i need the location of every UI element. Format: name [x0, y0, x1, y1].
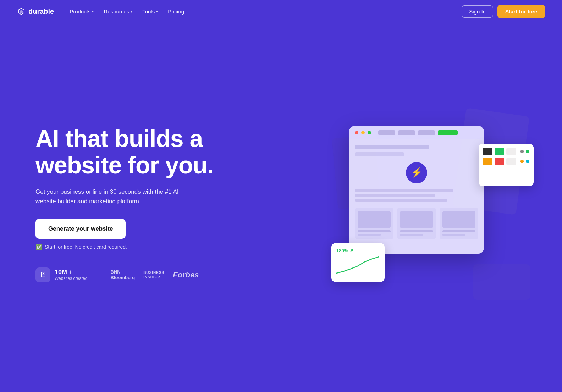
swatch-red	[495, 158, 504, 165]
free-note: ✅ Start for free. No credit card require…	[35, 244, 127, 250]
press-logo-bloomberg: BNN Bloomberg	[111, 269, 135, 280]
mini-card-bar	[442, 230, 475, 232]
check-icon: ✅	[35, 244, 43, 250]
browser-content: ⚡	[349, 139, 484, 245]
chart-visualization	[336, 255, 380, 278]
swatch-green	[495, 148, 504, 155]
start-free-button[interactable]: Start for free	[497, 5, 545, 18]
hero-illustration: ⚡	[328, 115, 534, 293]
nav-right: Sign In Start for free	[462, 5, 545, 18]
mini-card-image	[400, 211, 433, 228]
mini-card	[355, 208, 393, 239]
content-bar	[355, 189, 453, 192]
swatch-light	[506, 148, 516, 155]
bg-shape-3	[473, 264, 530, 300]
palette-dot	[520, 150, 524, 153]
press-logos: BNN Bloomberg BUSINESSINSIDER Forbes	[111, 269, 199, 280]
nav-tools[interactable]: Tools ▾	[138, 6, 162, 17]
swatch-amber	[483, 158, 492, 165]
stat-text: 10M + Websites created	[55, 269, 88, 281]
mini-card-bar	[358, 230, 391, 232]
monitor-icon: 🖥	[35, 267, 50, 282]
lightning-icon: ⚡	[406, 162, 427, 183]
browser-dot-yellow	[361, 131, 365, 134]
browser-dot-green	[368, 131, 371, 134]
browser-dot-red	[355, 131, 358, 134]
stat-label: Websites created	[55, 276, 88, 281]
content-bars	[355, 189, 478, 202]
chart-card: 180% ↗	[331, 243, 385, 282]
mini-card	[440, 208, 478, 239]
nav-resources[interactable]: Resources ▾	[99, 6, 137, 17]
hero-bar-1	[355, 145, 429, 149]
navbar: durable Products ▾ Resources ▾ Tools ▾ P…	[0, 0, 562, 23]
browser-tab	[378, 130, 395, 135]
mini-card-image	[442, 211, 475, 228]
nav-pricing[interactable]: Pricing	[164, 6, 188, 17]
nav-products[interactable]: Products ▾	[65, 6, 98, 17]
browser-tab	[418, 130, 435, 135]
chevron-down-icon: ▾	[156, 10, 158, 13]
swatch-dark	[483, 148, 492, 155]
content-bar	[355, 194, 435, 197]
mini-card-bar2	[358, 234, 381, 236]
nav-links: Products ▾ Resources ▾ Tools ▾ Pricing	[65, 6, 188, 17]
stat-number: 10M +	[55, 269, 88, 276]
logo-icon	[17, 7, 26, 16]
palette-row-1	[483, 148, 529, 155]
hero-content-left: AI that builds a website for you. Get yo…	[35, 125, 214, 282]
palette-dot	[520, 160, 524, 163]
browser-tab-active	[438, 130, 458, 135]
trend-arrow-icon: ↗	[349, 248, 353, 253]
stats-divider	[99, 268, 99, 282]
palette-dot	[526, 150, 529, 153]
swatch-light2	[506, 158, 516, 165]
chart-label: 180% ↗	[336, 248, 380, 253]
generate-website-button[interactable]: Generate your website	[35, 219, 126, 239]
stat-item-websites: 🖥 10M + Websites created	[35, 267, 88, 282]
browser-mockup: ⚡	[349, 126, 484, 254]
chevron-down-icon: ▾	[92, 10, 94, 13]
mini-card	[397, 208, 436, 239]
logo[interactable]: durable	[17, 7, 54, 16]
mini-card-bar	[400, 230, 433, 232]
press-logo-business-insider: BUSINESSINSIDER	[143, 270, 164, 280]
press-logo-forbes: Forbes	[173, 270, 199, 280]
cta-wrapper: Generate your website ✅ Start for free. …	[35, 219, 214, 267]
palette-card	[479, 144, 534, 186]
nav-left: durable Products ▾ Resources ▾ Tools ▾ P…	[17, 6, 188, 17]
mini-cards-row	[355, 208, 478, 239]
chevron-down-icon: ▾	[131, 10, 132, 13]
stats-row: 🖥 10M + Websites created BNN Bloomberg B…	[35, 267, 214, 282]
palette-dot	[526, 160, 529, 163]
mini-card-bar2	[442, 234, 465, 236]
hero-section: AI that builds a website for you. Get yo…	[0, 23, 562, 392]
hero-bar-2	[355, 152, 404, 156]
hero-title: AI that builds a website for you.	[35, 125, 214, 178]
browser-tab	[398, 130, 415, 135]
mini-card-bar2	[400, 234, 423, 236]
browser-tabs	[378, 130, 458, 135]
mini-card-image	[358, 211, 391, 228]
hero-subtitle: Get your business online in 30 seconds w…	[35, 187, 184, 206]
content-bar	[355, 199, 447, 202]
palette-row-2	[483, 158, 529, 165]
signin-button[interactable]: Sign In	[462, 5, 493, 18]
browser-bar	[349, 126, 484, 139]
